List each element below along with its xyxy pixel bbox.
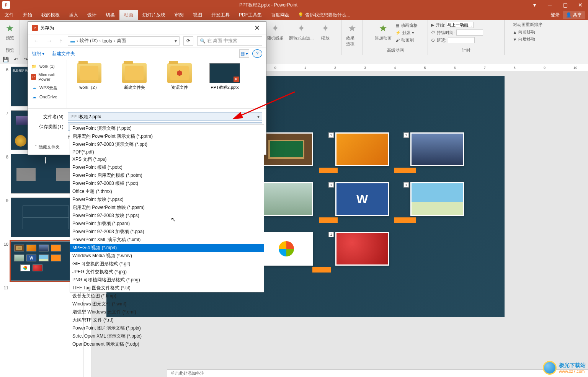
organize-button[interactable]: 组织 ▾ bbox=[32, 51, 44, 57]
slide-image[interactable]: W bbox=[335, 182, 389, 216]
breadcrumb-path[interactable]: ▬ › 软件 (D:)› tools› 桌面 ▾ bbox=[68, 36, 180, 46]
tell-me-search[interactable]: 💡 告诉我您想要做什么... bbox=[294, 12, 354, 18]
slide-image[interactable] bbox=[260, 232, 313, 266]
notes-placeholder[interactable]: 单击此处添加备注 bbox=[167, 369, 588, 377]
start-combo[interactable] bbox=[447, 22, 474, 28]
filetype-option[interactable]: GIF 可交换的图形格式 (*.gif) bbox=[70, 260, 264, 268]
tab-developer[interactable]: 开发工具 bbox=[207, 10, 234, 20]
close-button[interactable]: ✕ bbox=[573, 0, 588, 10]
view-mode-button[interactable]: ▦ ▾ bbox=[239, 49, 249, 58]
tab-animations[interactable]: 动画 bbox=[119, 10, 138, 20]
filetype-dropdown[interactable]: PowerPoint 演示文稿 (*.pptx)启用宏的 PowerPoint … bbox=[70, 124, 264, 292]
tab-baidupan[interactable]: 百度网盘 bbox=[266, 10, 294, 20]
filetype-option[interactable]: TIFF Tag 图像文件格式 (*.tif) bbox=[70, 284, 264, 292]
filetype-option[interactable]: Strict Open XML 演示文稿 (*.pptx) bbox=[70, 332, 264, 340]
nav-back-button[interactable]: ← bbox=[32, 38, 41, 44]
share-button[interactable]: 👤 共享 bbox=[563, 11, 585, 19]
file-item[interactable]: ⬢资源文件 bbox=[160, 63, 199, 105]
filetype-option[interactable]: Windows 图元文件 (*.wmf) bbox=[70, 300, 264, 308]
tab-pdftools[interactable]: PDF工具集 bbox=[234, 10, 266, 20]
effect-zoom[interactable]: ✦缩放 bbox=[318, 21, 333, 42]
filetype-option[interactable]: PowerPoint 模板 (*.potx) bbox=[70, 163, 264, 171]
filetype-option[interactable]: PowerPoint XML 演示文稿 (*.xml) bbox=[70, 236, 264, 244]
slide-image[interactable] bbox=[335, 232, 389, 266]
filetype-option[interactable]: PowerPoint 97-2003 放映 (*.pps) bbox=[70, 212, 264, 220]
filetype-option[interactable]: JPEG 文件交换格式 (*.jpg) bbox=[70, 268, 264, 276]
sidebar-item[interactable]: PMicrosoft Power bbox=[28, 71, 67, 83]
slide-image[interactable] bbox=[410, 132, 464, 166]
slide-image[interactable] bbox=[260, 132, 313, 166]
filetype-option[interactable]: 设备无关位图 (*.bmp) bbox=[70, 292, 264, 300]
filetype-option[interactable]: PowerPoint 演示文稿 (*.pptx) bbox=[70, 124, 264, 132]
filetype-option[interactable]: 大纲/RTF 文件 (*.rtf) bbox=[70, 316, 264, 324]
chevron-down-icon[interactable]: ▾ bbox=[175, 38, 177, 44]
qat-undo-button[interactable]: ↶ bbox=[12, 56, 19, 63]
add-animation-button[interactable]: ★添加动画 bbox=[373, 21, 393, 43]
effect-options-button[interactable]: ★效果选项 bbox=[345, 21, 360, 47]
effect-random-lines[interactable]: ✦随机线条 bbox=[265, 21, 285, 42]
filetype-option[interactable]: PowerPoint 97-2003 模板 (*.pot) bbox=[70, 180, 264, 188]
tab-insert[interactable]: 插入 bbox=[64, 10, 83, 20]
filetype-option[interactable]: PowerPoint 图片演示文稿 (*.pptx) bbox=[70, 324, 264, 332]
nav-up-button[interactable]: ↑ bbox=[58, 38, 64, 44]
dialog-file-list[interactable]: work（2） 新建文件夹 ⬢资源文件 PPPT教程2.pptx bbox=[67, 60, 266, 108]
maximize-button[interactable]: ▢ bbox=[557, 0, 573, 10]
filetype-option[interactable]: PowerPoint 启用宏的模板 (*.potm) bbox=[70, 171, 264, 180]
filetype-option[interactable]: PDF(*.pdf) bbox=[70, 149, 264, 155]
anim-badge[interactable]: 1 bbox=[328, 232, 334, 237]
slide-image[interactable] bbox=[260, 182, 313, 216]
sidebar-item[interactable]: ☁OneDrive bbox=[28, 92, 67, 101]
trigger-button[interactable]: ⚡触发 ▾ bbox=[395, 29, 418, 36]
effect-flip[interactable]: ✦翻转式由远... bbox=[287, 21, 315, 42]
animation-pane-button[interactable]: ▤动画窗格 bbox=[395, 22, 418, 29]
sidebar-item[interactable]: 📁work (1) bbox=[28, 62, 67, 71]
dialog-close-button[interactable]: ✕ bbox=[252, 24, 262, 32]
filetype-option[interactable]: PowerPoint 97-2003 演示文稿 (*.ppt) bbox=[70, 140, 264, 149]
new-folder-button[interactable]: 新建文件夹 bbox=[52, 51, 75, 57]
ribbon-options-icon[interactable]: ▾ bbox=[527, 0, 542, 10]
duration-input[interactable] bbox=[456, 29, 483, 36]
anim-badge[interactable]: 1 bbox=[328, 132, 334, 138]
tab-design[interactable]: 设计 bbox=[83, 10, 101, 20]
tab-review[interactable]: 审阅 bbox=[170, 10, 188, 20]
tab-slideshow[interactable]: 幻灯片放映 bbox=[138, 10, 170, 20]
tab-file[interactable]: 文件 bbox=[0, 10, 18, 20]
file-item[interactable]: PPPT教程2.pptx bbox=[206, 63, 244, 105]
help-button[interactable]: ? bbox=[252, 49, 262, 58]
tab-view[interactable]: 视图 bbox=[188, 10, 207, 20]
filetype-option[interactable]: 启用宏的 PowerPoint 演示文稿 (*.pptm) bbox=[70, 132, 264, 140]
filename-input[interactable]: PPT教程2.pptx▾ bbox=[68, 113, 262, 121]
filetype-option[interactable]: PNG 可移植网络图形格式 (*.png) bbox=[70, 276, 264, 284]
filetype-option[interactable]: PowerPoint 放映 (*.ppsx) bbox=[70, 196, 264, 204]
minimize-button[interactable]: ─ bbox=[542, 0, 557, 10]
nav-forward-button[interactable]: → bbox=[45, 38, 54, 44]
file-item[interactable]: 新建文件夹 bbox=[115, 63, 154, 105]
preview-button[interactable]: ★ 预览 bbox=[2, 21, 18, 42]
sidebar-item[interactable]: ☁WPS云盘 bbox=[28, 83, 67, 92]
filetype-option[interactable]: Windows Media 视频 (*.wmv) bbox=[70, 252, 264, 260]
slide-image[interactable] bbox=[335, 132, 389, 166]
animation-painter-button[interactable]: 🖌动画刷 bbox=[395, 37, 418, 43]
file-item[interactable]: work（2） bbox=[70, 63, 108, 105]
delay-input[interactable] bbox=[448, 37, 475, 43]
anim-badge[interactable]: 1 bbox=[328, 182, 334, 188]
qat-save-button[interactable]: 💾 bbox=[2, 56, 9, 63]
tab-home[interactable]: 开始 bbox=[18, 10, 37, 20]
slide-image[interactable] bbox=[410, 182, 464, 216]
anim-badge[interactable]: 1 bbox=[403, 132, 409, 138]
move-earlier-button[interactable]: ▲向前移动 bbox=[513, 29, 542, 35]
tab-mytemplates[interactable]: 我的模板 bbox=[37, 10, 64, 20]
search-box[interactable]: 🔍 在 桌面 中搜索 bbox=[197, 36, 262, 46]
anim-badge[interactable]: 1 bbox=[403, 182, 409, 188]
login-button[interactable]: 登录 bbox=[550, 12, 560, 18]
chevron-down-icon[interactable]: ▾ bbox=[257, 114, 260, 119]
tab-transitions[interactable]: 切换 bbox=[101, 10, 119, 20]
filetype-option[interactable]: 增强型 Windows 元文件 (*.emf) bbox=[70, 308, 264, 316]
refresh-button[interactable]: ⟳ bbox=[183, 36, 193, 46]
filetype-option[interactable]: Office 主题 (*.thmx) bbox=[70, 188, 264, 196]
filetype-option[interactable]: OpenDocument 演示文稿 (*.odp) bbox=[70, 340, 264, 348]
filetype-option[interactable]: PowerPoint 加载项 (*.ppam) bbox=[70, 220, 264, 228]
filetype-option[interactable]: MPEG-4 视频 (*.mp4) bbox=[70, 244, 264, 252]
move-later-button[interactable]: ▼向后移动 bbox=[513, 36, 542, 42]
filetype-option[interactable]: XPS 文档 (*.xps) bbox=[70, 155, 264, 163]
